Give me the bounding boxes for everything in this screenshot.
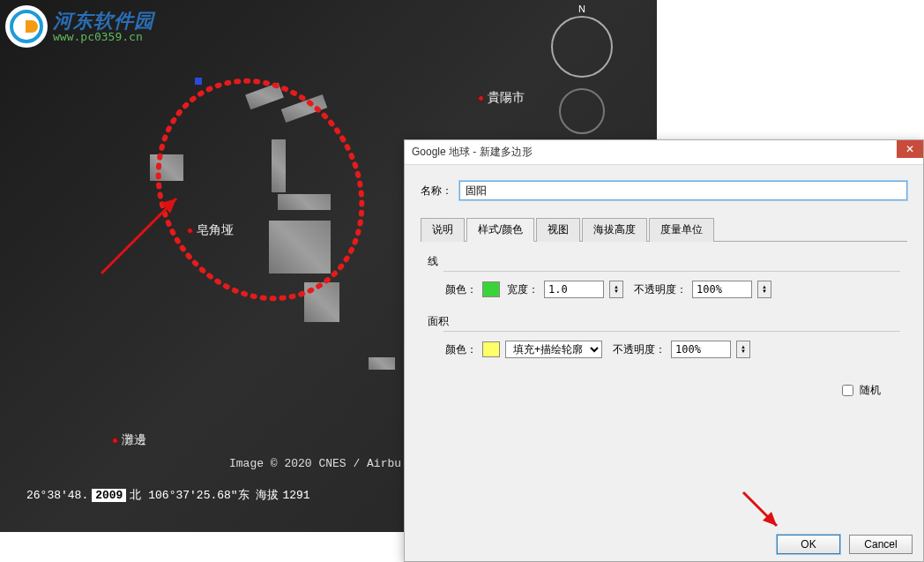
compass-ring[interactable]: [551, 16, 613, 78]
tab-altitude[interactable]: 海拔高度: [582, 218, 647, 242]
cancel-button[interactable]: Cancel: [849, 535, 913, 554]
imagery-year[interactable]: 2009: [92, 489, 126, 502]
close-icon: ✕: [905, 143, 914, 155]
look-joystick[interactable]: [559, 88, 605, 134]
tab-strip: 说明 样式/颜色 视图 海拔高度 度量单位: [421, 218, 907, 242]
line-opacity-input[interactable]: [692, 281, 752, 298]
line-width-label: 宽度：: [505, 282, 539, 297]
area-opacity-input[interactable]: [671, 341, 731, 358]
name-label: 名称：: [421, 184, 452, 199]
tab-measure[interactable]: 度量单位: [649, 218, 714, 242]
line-opacity-label: 不透明度：: [634, 282, 687, 297]
logo-icon: [5, 5, 48, 48]
building-shape: [304, 282, 339, 322]
status-lon: 北 106°37'25.68"东 海拔: [130, 487, 279, 503]
building-shape: [278, 194, 331, 210]
line-color-swatch[interactable]: [482, 281, 500, 297]
new-polygon-dialog: Google 地球 - 新建多边形 ✕ 名称： 说明 样式/颜色 视图 海拔高度…: [404, 139, 924, 562]
building-shape: [272, 139, 286, 192]
place-dot-icon: [112, 438, 118, 444]
line-width-spinner[interactable]: ▲▼: [609, 281, 623, 298]
tab-content-style: 线 颜色： 宽度： ▲▼ 不透明度： ▲▼ 面积 颜色：: [421, 242, 907, 410]
area-group-label: 面积: [428, 314, 900, 329]
line-opacity-spinner[interactable]: ▲▼: [757, 281, 771, 298]
area-color-swatch[interactable]: [482, 341, 500, 357]
place-dot-icon: [478, 95, 484, 101]
line-width-input[interactable]: [544, 281, 604, 298]
tab-view[interactable]: 视图: [536, 218, 580, 242]
svg-line-2: [101, 199, 176, 274]
annotation-arrow-icon: [736, 485, 789, 538]
logo-url: www.pc0359.cn: [53, 31, 154, 42]
area-fill-mode-select[interactable]: 填充+描绘轮廓: [505, 341, 602, 358]
divider: [443, 331, 900, 332]
divider: [443, 271, 900, 272]
name-input[interactable]: [459, 181, 907, 200]
line-group-label: 线: [428, 254, 900, 269]
annotation-arrow-icon: [93, 176, 198, 282]
tab-style-color[interactable]: 样式/颜色: [466, 218, 534, 242]
dialog-title: Google 地球 - 新建多边形: [412, 145, 533, 160]
logo-cn: 河东软件园: [53, 11, 154, 31]
status-bar: 26°38'48. 2009 北 106°37'25.68"东 海拔 1291: [0, 487, 406, 503]
area-color-label: 颜色：: [443, 342, 477, 357]
dialog-button-row: OK Cancel: [405, 528, 923, 561]
area-opacity-spinner[interactable]: ▲▼: [736, 341, 750, 358]
status-elev: 1291: [282, 489, 309, 502]
place-label-tanbian[interactable]: 灘邊: [112, 432, 146, 448]
area-opacity-label: 不透明度：: [613, 342, 666, 357]
navigation-controls[interactable]: N: [551, 4, 613, 134]
building-shape: [369, 357, 395, 370]
place-label-guiyang[interactable]: 貴陽市: [478, 90, 525, 106]
building-shape: [269, 221, 331, 274]
area-group: 面积 颜色： 填充+描绘轮廓 不透明度： ▲▼: [428, 314, 900, 358]
imagery-credit: Image © 2020 CNES / Airbu: [229, 457, 401, 470]
compass-north-label: N: [551, 4, 613, 14]
dialog-titlebar[interactable]: Google 地球 - 新建多边形 ✕: [405, 140, 923, 165]
tab-description[interactable]: 说明: [421, 218, 465, 242]
status-lat: 26°38'48.: [26, 489, 88, 502]
line-group: 线 颜色： 宽度： ▲▼ 不透明度： ▲▼: [428, 254, 900, 298]
site-watermark: 河东软件园 www.pc0359.cn: [5, 5, 154, 48]
random-label: 随机: [860, 384, 881, 396]
close-button[interactable]: ✕: [897, 140, 923, 158]
random-checkbox[interactable]: [842, 385, 853, 396]
line-color-label: 颜色：: [443, 282, 477, 297]
